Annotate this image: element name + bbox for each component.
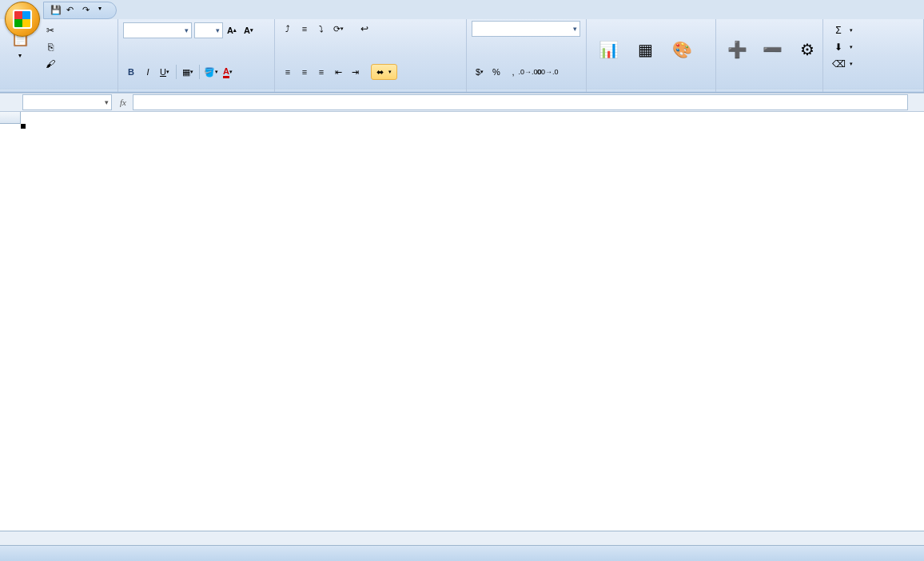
number-label xyxy=(467,89,586,91)
format-icon: ⚙ xyxy=(795,37,820,62)
fill-color-button[interactable]: 🪣▾ xyxy=(203,64,219,80)
orientation-icon[interactable]: ⟳▾ xyxy=(330,21,346,37)
dec-decimal-icon[interactable]: .00→.0 xyxy=(539,64,555,80)
formula-bar: fx xyxy=(0,93,924,112)
cut-button[interactable]: ✂ xyxy=(40,22,63,38)
font-name-combo[interactable] xyxy=(123,22,192,38)
border-button[interactable]: ▦▾ xyxy=(180,64,196,80)
column-headers xyxy=(21,112,924,124)
align-center-icon[interactable]: ≡ xyxy=(297,64,313,80)
font-size-combo[interactable] xyxy=(194,22,223,38)
bold-button[interactable]: B xyxy=(123,64,139,80)
delete-cells-button[interactable]: ➖ xyxy=(756,21,788,80)
fx-icon[interactable]: fx xyxy=(115,95,131,109)
ribbon-tabs xyxy=(43,3,924,19)
shrink-font-button[interactable]: A▾ xyxy=(241,22,257,38)
copy-icon: ⎘ xyxy=(44,41,57,54)
styles-label xyxy=(587,89,715,91)
currency-icon[interactable]: $▾ xyxy=(472,64,488,80)
copy-button[interactable]: ⎘ xyxy=(40,39,63,55)
editing-label xyxy=(823,89,923,91)
select-all-corner[interactable] xyxy=(0,112,21,124)
percent-icon[interactable]: % xyxy=(488,64,504,80)
styles-icon: 🎨 xyxy=(669,37,695,62)
cells-label xyxy=(716,89,822,91)
italic-button[interactable]: I xyxy=(140,64,156,80)
align-top-icon[interactable]: ⤴ xyxy=(280,21,296,37)
conditional-formatting-button[interactable]: 📊 xyxy=(591,21,625,80)
formula-input[interactable] xyxy=(133,94,908,110)
indent-inc-icon[interactable]: ⇥ xyxy=(347,64,363,80)
number-format-combo[interactable] xyxy=(472,21,580,37)
underline-button[interactable]: U▾ xyxy=(157,64,173,80)
align-right-icon[interactable]: ≡ xyxy=(313,64,329,80)
align-left-icon[interactable]: ≡ xyxy=(280,64,296,80)
eraser-icon: ⌫ xyxy=(832,58,845,70)
wrap-icon: ↩ xyxy=(358,22,371,35)
grow-font-button[interactable]: A▴ xyxy=(224,22,240,38)
ribbon: 📋 ▾ ✂ ⎘ 🖌 A▴ A▾ B I xyxy=(0,19,924,93)
format-as-table-button[interactable]: ▦ xyxy=(628,21,662,80)
format-cells-button[interactable]: ⚙ xyxy=(791,21,823,80)
merge-icon: ⬌ xyxy=(376,67,384,78)
clipboard-label xyxy=(0,89,117,91)
office-button[interactable] xyxy=(5,2,40,37)
insert-cells-button[interactable]: ➕ xyxy=(721,21,753,80)
wrap-text-button[interactable]: ↩ xyxy=(354,21,377,37)
clear-button[interactable]: ⌫▾ xyxy=(828,56,857,72)
cut-icon: ✂ xyxy=(44,24,57,37)
indent-dec-icon[interactable]: ⇤ xyxy=(330,64,346,80)
selection-cursor xyxy=(21,124,26,129)
fill-icon: ⬇ xyxy=(832,41,845,54)
cf-icon: 📊 xyxy=(595,37,621,62)
table-icon: ▦ xyxy=(632,37,658,62)
font-group-label xyxy=(118,89,274,91)
sigma-icon: Σ xyxy=(832,24,845,37)
align-middle-icon[interactable]: ≡ xyxy=(297,21,313,37)
alignment-label xyxy=(275,89,466,91)
align-bottom-icon[interactable]: ⤵ xyxy=(313,21,329,37)
worksheet-grid[interactable] xyxy=(0,112,924,531)
brush-icon: 🖌 xyxy=(44,58,57,70)
row-headers xyxy=(0,124,21,531)
sheet-tab-bar xyxy=(0,531,924,545)
autosum-button[interactable]: Σ▾ xyxy=(828,22,857,38)
name-box[interactable] xyxy=(22,94,112,110)
status-bar xyxy=(0,545,924,561)
delete-icon: ➖ xyxy=(759,37,785,62)
cell-styles-button[interactable]: 🎨 xyxy=(665,21,699,80)
insert-icon: ➕ xyxy=(724,37,750,62)
format-painter-button[interactable]: 🖌 xyxy=(40,56,63,72)
merge-center-button[interactable]: ⬌▾ xyxy=(371,64,397,80)
font-color-button[interactable]: A▾ xyxy=(220,64,236,80)
fill-button[interactable]: ⬇▾ xyxy=(828,39,857,55)
